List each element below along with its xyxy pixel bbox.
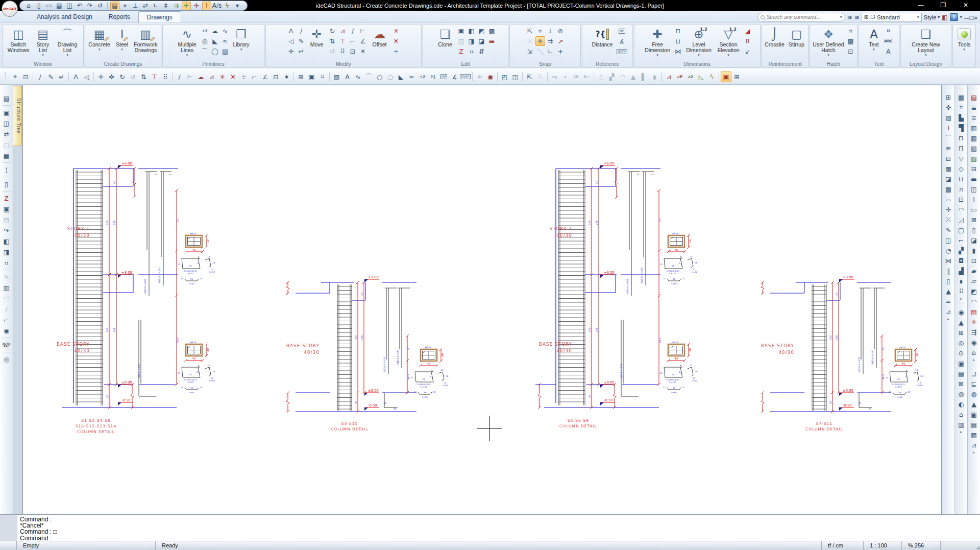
select-mode-icon[interactable]: ⌖ <box>120 2 130 10</box>
doc-house-icon[interactable]: ⌂ <box>969 348 979 357</box>
angle-icon[interactable]: ∡ <box>449 71 460 82</box>
rotate-icon[interactable]: ↻ <box>117 71 128 82</box>
leader-icon[interactable]: ↙ <box>743 46 752 56</box>
layers-icon[interactable]: ≋ <box>943 144 953 153</box>
move-points-icon[interactable]: ✛ <box>286 46 296 56</box>
order-up-icon[interactable]: ◩ <box>477 26 486 36</box>
level-icon[interactable]: ≐ <box>943 297 953 306</box>
fan-icon[interactable]: ◔ <box>943 246 953 255</box>
new-file-icon[interactable]: ▯ <box>34 2 43 10</box>
area-chart-icon[interactable]: ◺ <box>696 71 706 82</box>
area-mm2-icon[interactable]: mm² <box>460 71 471 82</box>
match-icon[interactable]: ✶ <box>281 71 292 82</box>
layers-toggle-icon[interactable]: ▤ <box>110 2 119 10</box>
rail-expand-icon[interactable]: ▸ <box>960 297 962 301</box>
command-search[interactable]: ▾ <box>757 13 845 21</box>
lines-doc-icon[interactable]: ⊑ <box>969 379 979 388</box>
radius-dimension-icon[interactable]: R <box>743 36 752 46</box>
doc-gear-icon[interactable]: ◉ <box>969 338 979 347</box>
doc-red2-icon[interactable]: ▤ <box>969 307 979 316</box>
mirror-axis-icon[interactable]: Λ <box>70 71 81 82</box>
node-snap-lock-icon[interactable]: ✛ <box>535 36 545 46</box>
trim-icon[interactable]: ∕ <box>348 26 358 36</box>
tab-analysis-and-design[interactable]: Analysis and Design <box>29 11 101 22</box>
hatch-select-icon[interactable]: ◪ <box>943 174 953 183</box>
z-order-icon[interactable]: Z <box>456 46 466 56</box>
rail-expand-icon[interactable]: ▸ <box>960 430 962 434</box>
roof-icon[interactable]: ◠ <box>2 294 12 303</box>
polygon-select-icon[interactable]: ◁ <box>81 71 92 82</box>
weld-icon[interactable]: ⌓ <box>943 195 953 204</box>
squiggle-icon[interactable]: ≈ <box>406 71 417 82</box>
target-icon[interactable]: ◎ <box>956 338 966 347</box>
triangle-icon[interactable]: ◣ <box>396 71 406 82</box>
dimension-chain-icon[interactable]: ‡ <box>161 2 170 10</box>
peak-icon[interactable]: ▲ <box>956 318 966 327</box>
draw-icon[interactable]: ✎ <box>2 272 12 282</box>
distance-button[interactable]: ?{Distance <box>588 26 617 59</box>
user-defined-hatch-button[interactable]: ❖User Defined Hatch▾ <box>812 26 845 59</box>
fillet-icon[interactable]: ⌐ <box>249 71 260 82</box>
structure-tree-tab[interactable]: Structure Tree <box>13 86 22 146</box>
tab-drawings[interactable]: Drawings <box>138 11 181 22</box>
tab-reports[interactable]: Reports <box>101 11 138 22</box>
doc-copy-icon[interactable]: ▧ <box>969 144 979 153</box>
pier-icon[interactable]: ▯ <box>943 276 953 285</box>
layer-states-icon[interactable]: ≋ <box>847 14 852 21</box>
home-icon[interactable]: ⌂ <box>24 2 33 10</box>
grid-icon[interactable]: ⌗ <box>317 71 328 82</box>
stats-columns-icon[interactable]: ⊿ <box>338 26 348 36</box>
save-all-icon[interactable]: ◫ <box>65 2 74 10</box>
list-doc-icon[interactable]: ▤ <box>969 420 979 429</box>
stats-icon[interactable]: ⊿ <box>206 71 217 82</box>
quick-run-icon[interactable]: ϟ <box>223 2 232 10</box>
chart-l1-icon[interactable]: ⊿ <box>664 71 674 82</box>
search-dropdown-icon[interactable]: ▾ <box>840 15 842 19</box>
doc-grid-icon[interactable]: ◫ <box>969 184 979 194</box>
status-scale[interactable]: 1 : 100 <box>864 541 902 550</box>
hatch-grid-icon[interactable]: ⌗ <box>846 26 855 36</box>
layers2-icon[interactable]: ⊟ <box>943 154 953 163</box>
portal-icon[interactable]: Π <box>956 144 966 153</box>
freehand-icon[interactable]: ≈ <box>220 36 230 46</box>
rail-grip[interactable]: ···· <box>957 87 965 90</box>
tray-icon[interactable]: ⊔ <box>956 174 966 183</box>
idecad-logo-icon[interactable]: ideCAD <box>2 1 18 17</box>
dome-icon[interactable]: ◗ <box>649 71 660 82</box>
polygon-select-icon[interactable]: ◁ <box>286 36 296 46</box>
undo-history-icon[interactable]: ↺ <box>95 2 105 10</box>
rect-array-icon[interactable]: ⊡ <box>348 46 358 56</box>
label-arrow-icon[interactable]: ↵ <box>56 71 67 82</box>
wedge-icon[interactable]: ◿ <box>956 215 966 224</box>
chart-l2-icon[interactable]: ⊿2 <box>685 71 696 82</box>
point-snap-icon[interactable]: + <box>556 46 566 56</box>
frame-icon[interactable]: ◫ <box>943 235 953 245</box>
move-grid-icon[interactable]: ✜ <box>106 71 117 82</box>
fillet-icon[interactable]: ⌐ <box>348 36 358 46</box>
help-arrow-icon[interactable]: ▾ <box>960 15 962 19</box>
arc-icon[interactable]: ⌒ <box>200 46 210 56</box>
spline-icon[interactable]: ∿ <box>353 71 363 82</box>
erase-icon[interactable]: ▬ <box>487 36 497 46</box>
paper-mode-icon[interactable]: ▣ <box>721 71 731 82</box>
doc-shade-icon[interactable]: ◪ <box>969 235 979 245</box>
new-layout-icon[interactable]: ◰ <box>499 71 510 82</box>
clone-icon[interactable]: ▣ <box>2 108 12 117</box>
doc-check-icon[interactable]: ▥ <box>969 123 979 132</box>
library-button[interactable]: ❒Library▾ <box>231 26 252 59</box>
match-properties-icon[interactable]: ✶ <box>358 46 368 56</box>
create-new-layout-button[interactable]: ❑Create New Layout▾ <box>908 26 944 59</box>
zoom-window-icon[interactable]: ⌖ <box>10 71 20 82</box>
cone-icon[interactable]: ▲ <box>628 71 639 82</box>
solid-capsule-icon[interactable]: ▯ <box>596 71 606 82</box>
import-text-icon[interactable]: ABC <box>884 36 893 46</box>
qat-dropdown-icon[interactable]: ▾ <box>233 2 242 10</box>
divide-icon[interactable]: ÷ <box>238 71 249 82</box>
angle-icon[interactable]: ⌐ <box>956 235 966 245</box>
axes-icon[interactable]: ⤫ <box>535 71 546 82</box>
view-icon[interactable]: ◉ <box>485 71 496 82</box>
explode-icon[interactable]: ✳ <box>217 71 228 82</box>
rail-grip[interactable]: ···· <box>970 363 978 366</box>
restore-button[interactable]: ❐ <box>932 0 954 11</box>
building-select-icon[interactable]: ▦ <box>2 151 12 160</box>
